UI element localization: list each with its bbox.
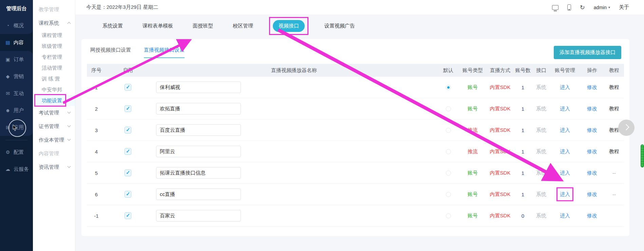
menu-item-cert-mgmt[interactable]: 证书管理 [33,120,75,133]
menu-item-course-system[interactable]: 课程系统 [33,16,75,30]
enter-link[interactable]: 进入 [560,170,570,176]
subtab-live-video-interface[interactable]: 直播视频接口设置 [144,47,185,58]
default-radio[interactable] [446,192,451,197]
marketing-icon: ◆ [5,74,11,79]
about-link[interactable]: 关于 [619,4,629,11]
sidebar-item-cloud[interactable]: ☁ 云服务 [0,161,33,178]
enable-checkbox[interactable] [125,212,131,219]
row-seq: -1 [87,213,106,219]
sidebar-item-label: 用户 [14,107,24,114]
interface-value: 系统 [532,170,550,176]
row-seq: 5 [87,170,106,176]
player-name-input[interactable] [156,124,241,136]
player-name-input[interactable] [156,146,241,157]
modify-link[interactable]: 修改 [587,170,597,176]
settings-tabbar: 系统设置 课程表单模板 面授班型 校区管理 视频接口 设置视频广告 [75,15,644,37]
player-name-input[interactable] [156,189,241,200]
player-name-input[interactable] [156,103,241,114]
tutorial-link[interactable]: 教程 [609,148,619,155]
default-radio[interactable] [446,85,451,90]
menu-item-feature-settings[interactable]: 功能设置 [33,95,75,106]
modify-link[interactable]: 修改 [587,127,597,133]
tab-course-form-template[interactable]: 课程表单模板 [143,23,173,29]
header-default: 默认 [438,67,458,74]
chevron-down-icon [68,110,71,114]
sidebar-item-config[interactable]: ⚙ 配置 [0,144,33,161]
sidebar-item-content[interactable]: ▤ 内容 [0,34,33,51]
account-count-value: 1 [513,170,532,176]
sidebar-item-interaction[interactable]: ✉ 互动 [0,85,33,102]
enter-link[interactable]: 进入 [560,148,570,155]
sidebar-item-orders[interactable]: ▣ 订单 [0,51,33,68]
menu-item-content-mgmt[interactable]: 内容管理 [33,147,75,160]
player-name-input[interactable] [156,210,241,221]
player-name-input[interactable] [156,82,241,93]
menu-item-training-camp[interactable]: 训 练 营 [33,73,75,84]
menu-item-news-mgmt[interactable]: 资讯管理 [33,160,75,174]
enable-checkbox[interactable] [125,105,131,112]
menu-item-exam-mgmt[interactable]: 考试管理 [33,106,75,120]
add-live-player-button[interactable]: 添加直播视频播放器接口 [554,46,621,59]
enable-checkbox[interactable] [125,84,131,91]
tutorial-link[interactable]: 教程 [609,127,619,133]
menu-item-zhongan[interactable]: 中安华邦 [33,84,75,95]
menu-item-activity-mgmt[interactable]: 活动管理 [33,62,75,73]
interface-value: 系统 [532,191,550,198]
enable-checkbox[interactable] [125,148,131,155]
player-name-input[interactable] [156,167,241,179]
menu-item-workbook-mgmt[interactable]: 作业本管理 [33,133,75,147]
account-type-value: 账号 [458,191,487,198]
sidebar-item-label: 云服务 [14,166,29,173]
video-interface-card: 网授视频接口设置 直播视频接口设置 添加直播视频播放器接口 序号 启用 直播视频… [81,39,629,236]
modify-link[interactable]: 修改 [587,106,597,112]
enable-checkbox[interactable] [125,169,131,176]
enable-checkbox[interactable] [125,191,131,198]
tab-system-settings[interactable]: 系统设置 [102,23,123,29]
tab-video-interface[interactable]: 视频接口 [273,20,305,32]
tab-video-ads[interactable]: 设置视频广告 [324,23,355,29]
enable-checkbox[interactable] [125,127,131,133]
modify-link[interactable]: 修改 [587,213,597,219]
sidebar-item-users[interactable]: ☻ 用户 [0,102,33,119]
enter-link[interactable]: 进入 [560,106,570,112]
modify-link[interactable]: 修改 [587,191,597,198]
sidebar-item-overview[interactable]: ◔ 概况 [0,17,33,34]
desktop-preview-icon[interactable] [552,5,558,10]
interface-value: 系统 [532,127,550,133]
tutorial-link[interactable]: 教程 [609,106,619,112]
header-player-name: 直播视频播放器名称 [150,67,438,74]
enter-link[interactable]: 进入 [560,213,570,219]
table-row: 1 账号 内置SDK 1 系统 进入 修改 教程 [87,77,624,98]
green-scrollbar-thumb[interactable] [641,144,644,167]
modify-link[interactable]: 修改 [587,84,597,91]
enter-link[interactable]: 进入 [560,127,570,133]
sidebar-item-marketing[interactable]: ◆ 营销 [0,68,33,85]
sidebar-item-label: 概况 [14,22,24,29]
account-type-value: 账号 [458,84,487,91]
menu-item-teaching-mgmt[interactable]: 教学管理 [33,3,75,16]
default-radio[interactable] [446,171,451,176]
tab-offline-class-type[interactable]: 面授班型 [193,23,213,29]
default-radio[interactable] [446,149,451,154]
tutorial-link[interactable]: 教程 [609,84,619,91]
next-page-circle-button[interactable] [618,120,634,136]
interaction-icon: ✉ [5,91,11,96]
enter-link[interactable]: 进入 [560,84,570,91]
default-radio[interactable] [446,128,451,133]
subtab-web-video-interface[interactable]: 网授视频接口设置 [90,47,131,58]
menu-item-column-mgmt[interactable]: 专栏管理 [33,52,75,62]
menu-item-course-mgmt[interactable]: 课程管理 [33,30,75,41]
modify-link[interactable]: 修改 [587,148,597,155]
menu-item-class-mgmt[interactable]: 班级管理 [33,41,75,52]
default-radio[interactable] [446,213,451,218]
tab-campus-mgmt[interactable]: 校区管理 [233,23,253,29]
default-radio[interactable] [446,106,451,111]
user-menu[interactable]: admin ▾ [594,5,610,10]
sidebar-item-apps[interactable]: ⊞ 应用 [0,119,33,136]
interface-value: 系统 [532,84,550,91]
row-seq: 3 [87,127,106,133]
gear-icon: ⚙ [5,149,11,155]
enter-link[interactable]: 进入 [560,191,570,198]
refresh-icon[interactable]: ↻ [580,4,585,11]
mobile-preview-icon[interactable] [567,4,571,11]
